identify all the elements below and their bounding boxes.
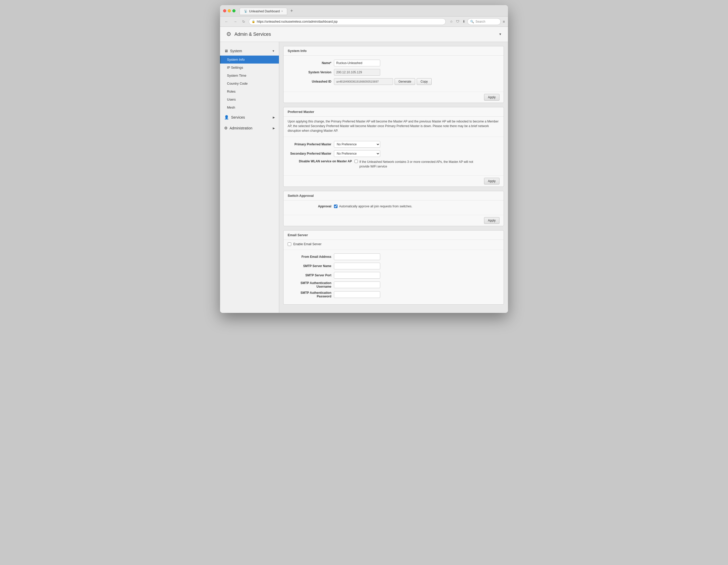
browser-tab[interactable]: 📡 Unleashed Dashboard ×: [240, 8, 287, 15]
system-info-apply-row: Apply: [284, 92, 504, 103]
version-row: System Version: [288, 69, 499, 76]
system-info-title: System Info: [284, 46, 504, 56]
system-info-apply-button[interactable]: Apply: [484, 94, 499, 101]
switch-approval-apply-button[interactable]: Apply: [484, 217, 499, 224]
page-title: Admin & Services: [234, 32, 271, 37]
browser-window: 📡 Unleashed Dashboard × + ← → ↻ 🔒 https:…: [220, 5, 508, 313]
smtp-auth-user-label: SMTP Authentication Username: [288, 281, 334, 289]
smtp-port-row: SMTP Server Port: [288, 272, 499, 278]
sidebar: 🖥 System ▼ System Info IP Settings Syste…: [220, 42, 279, 313]
sidebar-section-admin: ⚙ Administration ▶: [220, 123, 279, 133]
shield-icon[interactable]: 🛡: [456, 20, 459, 23]
admin-icon: ⚙: [224, 126, 227, 130]
email-form: From Email Address SMTP Server Name SMTP…: [284, 250, 504, 305]
sidebar-item-system-info[interactable]: System Info: [220, 56, 279, 64]
from-email-row: From Email Address: [288, 253, 499, 260]
sidebar-section-services: 👤 Services ▶: [220, 112, 279, 122]
enable-email-label: Enable Email Server: [293, 242, 321, 246]
approval-label: Approval: [288, 204, 334, 208]
version-input: [334, 69, 380, 76]
smtp-auth-pass-input[interactable]: [334, 291, 380, 298]
secondary-master-row: Secondary Preferred Master No Preference: [288, 150, 499, 157]
email-server-section: Email Server Enable Email Server From Em…: [283, 230, 504, 305]
smtp-auth-user-input[interactable]: [334, 281, 380, 288]
search-box[interactable]: 🔍 Search: [467, 18, 501, 25]
approval-checkbox[interactable]: [334, 204, 338, 208]
secondary-master-select[interactable]: No Preference: [334, 150, 380, 157]
name-input[interactable]: [334, 60, 380, 66]
disable-wlan-checkbox[interactable]: [354, 159, 358, 163]
sidebar-system-arrow: ▼: [272, 49, 275, 52]
unleashed-id-controls: Generate Copy: [334, 78, 432, 85]
search-icon: 🔍: [470, 20, 474, 23]
search-placeholder: Search: [476, 20, 485, 23]
enable-email-checkbox[interactable]: [288, 242, 291, 246]
smtp-name-row: SMTP Server Name: [288, 263, 499, 269]
sidebar-services-label: Services: [231, 115, 245, 119]
sidebar-item-mesh[interactable]: Mesh: [220, 103, 279, 111]
toolbar-icons: ☆ 🛡 ⬇: [450, 20, 465, 23]
sidebar-item-country-code[interactable]: Country Code: [220, 79, 279, 87]
name-row: Name*: [288, 60, 499, 66]
from-email-input[interactable]: [334, 253, 380, 260]
traffic-lights: [223, 9, 235, 12]
minimize-window-button[interactable]: [228, 9, 231, 12]
header-chevron-icon[interactable]: ▼: [499, 32, 502, 36]
forward-button[interactable]: →: [232, 19, 239, 24]
approval-row: Approval Automatically approve all join …: [288, 204, 499, 208]
copy-button[interactable]: Copy: [417, 78, 432, 85]
sidebar-system-header[interactable]: 🖥 System ▼: [220, 46, 279, 56]
secondary-master-label: Secondary Preferred Master: [288, 152, 334, 155]
monitor-icon: 🖥: [224, 49, 228, 53]
title-bar: 📡 Unleashed Dashboard × +: [220, 5, 508, 16]
smtp-auth-pass-label: SMTP Authentication Password: [288, 291, 334, 298]
preferred-master-body: Primary Preferred Master No Preference S…: [284, 137, 504, 175]
sidebar-item-roles[interactable]: Roles: [220, 87, 279, 95]
close-window-button[interactable]: [223, 9, 226, 12]
menu-button[interactable]: ≡: [503, 20, 505, 24]
bookmark-icon[interactable]: ☆: [450, 20, 453, 23]
sidebar-item-ip-settings[interactable]: IP Settings: [220, 64, 279, 71]
sidebar-admin-label: Administration: [230, 126, 252, 130]
maximize-window-button[interactable]: [232, 9, 235, 12]
new-tab-button[interactable]: +: [290, 8, 293, 13]
sidebar-system-label: System: [230, 49, 242, 53]
download-icon[interactable]: ⬇: [462, 20, 465, 23]
services-icon: 👤: [224, 115, 229, 120]
smtp-port-label: SMTP Server Port: [288, 273, 334, 277]
preferred-master-apply-row: Apply: [284, 175, 504, 186]
smtp-auth-user-row: SMTP Authentication Username: [288, 281, 499, 289]
content-area: 🖥 System ▼ System Info IP Settings Syste…: [220, 42, 508, 313]
switch-approval-body: Approval Automatically approve all join …: [284, 200, 504, 215]
switch-approval-title: Switch Approval: [284, 191, 504, 200]
address-text: https://unleashed.ruckuswireless.com/adm…: [257, 20, 338, 23]
unleashed-id-row: Unleashed ID Generate Copy: [288, 78, 499, 85]
sidebar-item-system-time[interactable]: System Time: [220, 71, 279, 79]
page-header-left: ⚙ Admin & Services: [226, 31, 271, 38]
unleashed-id-input[interactable]: [334, 78, 393, 85]
sidebar-services-header[interactable]: 👤 Services ▶: [220, 112, 279, 122]
main-content: System Info Name* System Version Unleash…: [279, 42, 508, 313]
switch-approval-apply-row: Apply: [284, 215, 504, 226]
address-bar[interactable]: 🔒 https://unleashed.ruckuswireless.com/a…: [249, 18, 446, 25]
security-icon: 🔒: [252, 20, 255, 23]
smtp-name-label: SMTP Server Name: [288, 264, 334, 268]
smtp-port-input[interactable]: [334, 272, 380, 278]
preferred-master-title: Preferred Master: [284, 107, 504, 116]
system-info-section: System Info Name* System Version Unleash…: [283, 46, 504, 103]
sidebar-section-system: 🖥 System ▼ System Info IP Settings Syste…: [220, 46, 279, 111]
refresh-button[interactable]: ↻: [241, 19, 247, 24]
preferred-master-apply-button[interactable]: Apply: [484, 178, 499, 184]
back-button[interactable]: ←: [223, 19, 230, 24]
sidebar-item-users[interactable]: Users: [220, 95, 279, 103]
system-info-body: Name* System Version Unleashed ID Genera…: [284, 56, 504, 92]
primary-master-row: Primary Preferred Master No Preference: [288, 141, 499, 148]
tab-close-button[interactable]: ×: [281, 10, 283, 13]
smtp-name-input[interactable]: [334, 263, 380, 269]
primary-master-select[interactable]: No Preference: [334, 141, 380, 148]
tab-favicon: 📡: [244, 10, 248, 13]
page-header: ⚙ Admin & Services ▼: [220, 27, 508, 42]
smtp-auth-pass-row: SMTP Authentication Password: [288, 291, 499, 298]
sidebar-admin-header[interactable]: ⚙ Administration ▶: [220, 123, 279, 133]
generate-button[interactable]: Generate: [395, 78, 415, 85]
